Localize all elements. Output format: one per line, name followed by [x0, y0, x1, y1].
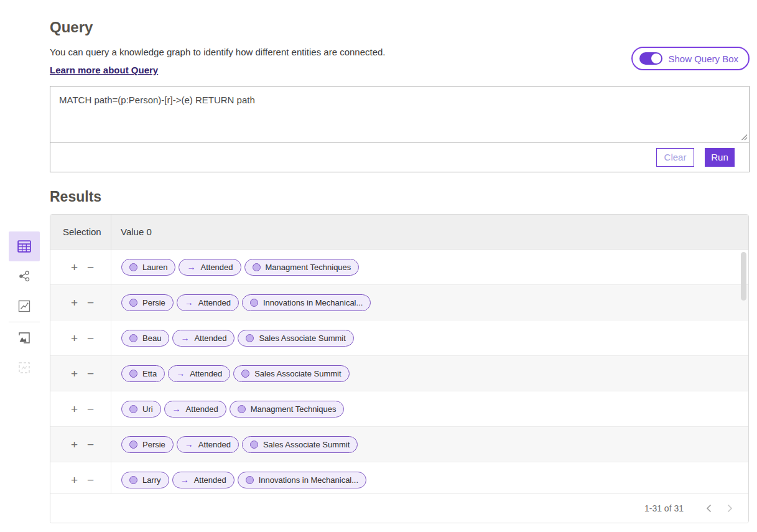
expand-row-button[interactable]: + — [71, 297, 78, 309]
entity-chip[interactable]: Sales Associate Summit — [238, 330, 353, 347]
node-icon — [246, 334, 254, 342]
toggle-knob — [651, 54, 661, 63]
entity-label: Innovations in Mechanical... — [263, 298, 363, 307]
page-description: You can query a knowledge graph to ident… — [50, 47, 386, 57]
relation-chip[interactable]: → Attended — [172, 330, 235, 347]
node-icon — [129, 441, 137, 449]
relation-label: Attended — [186, 404, 218, 414]
value-cell: Persie → Attended Sales Associate Summit — [111, 427, 748, 462]
collapse-row-button[interactable]: − — [87, 332, 94, 344]
prev-page-button[interactable] — [701, 501, 716, 516]
clear-button[interactable]: Clear — [656, 148, 694, 167]
table-row: + − Lauren → Attended Managment Techniqu… — [50, 250, 748, 285]
query-page: Query You can query a knowledge graph to… — [0, 0, 757, 532]
view-chart-button[interactable] — [9, 291, 40, 321]
entity-chip[interactable]: Larry — [121, 472, 169, 488]
run-button[interactable]: Run — [705, 148, 735, 167]
query-text: MATCH path=(p:Person)-[r]->(e) RETURN pa… — [59, 95, 255, 105]
view-graph-button[interactable] — [9, 261, 40, 291]
results-table: Selection Value 0 + − Lauren → Attended … — [50, 214, 749, 523]
table-row: + − Etta → Attended Sales Associate Summ… — [50, 356, 748, 391]
chevron-left-icon — [706, 504, 712, 513]
entity-label: Managment Techniques — [251, 404, 337, 414]
expand-row-button[interactable]: + — [71, 403, 78, 415]
expand-row-button[interactable]: + — [71, 261, 78, 273]
collapse-row-button[interactable]: − — [87, 368, 94, 380]
node-icon — [250, 299, 258, 307]
table-row: + − Persie → Attended Innovations in Mec… — [50, 285, 748, 320]
selection-cell: + − — [50, 462, 111, 493]
scrollbar[interactable] — [741, 252, 746, 301]
expand-row-button[interactable]: + — [71, 439, 78, 450]
arrow-right-icon: → — [172, 404, 181, 413]
query-input[interactable]: MATCH path=(p:Person)-[r]->(e) RETURN pa… — [50, 86, 749, 142]
entity-label: Sales Associate Summit — [259, 334, 345, 343]
node-icon — [253, 263, 261, 271]
chevron-right-icon — [727, 504, 733, 513]
show-query-box-toggle[interactable]: Show Query Box — [631, 47, 750, 70]
entity-chip[interactable]: Managment Techniques — [244, 259, 360, 276]
expand-row-button[interactable]: + — [71, 332, 78, 344]
table-row: + − Persie → Attended Sales Associate Su… — [50, 427, 748, 462]
entity-chip[interactable]: Etta — [121, 365, 165, 382]
expand-row-button[interactable]: + — [71, 368, 78, 380]
relation-chip[interactable]: → Attended — [164, 401, 226, 418]
entity-label: Managment Techniques — [266, 263, 351, 272]
chart-view-icon — [18, 300, 30, 312]
image-view-icon — [18, 332, 30, 344]
selection-cell: + − — [50, 427, 111, 462]
relation-label: Attended — [194, 334, 226, 343]
expand-row-button[interactable]: + — [71, 474, 78, 486]
entity-label: Sales Associate Summit — [254, 369, 341, 378]
node-icon — [129, 334, 137, 342]
entity-chip[interactable]: Lauren — [121, 259, 175, 276]
arrow-right-icon: → — [180, 475, 189, 484]
table-header: Selection Value 0 — [50, 215, 748, 250]
value-cell: Uri → Attended Managment Techniques — [111, 391, 748, 426]
table-footer: 1-31 of 31 — [50, 493, 748, 523]
relation-label: Attended — [198, 298, 231, 307]
node-icon — [246, 476, 254, 484]
entity-chip[interactable]: Innovations in Mechanical... — [242, 294, 371, 311]
collapse-row-button[interactable]: − — [87, 297, 94, 309]
view-table-button[interactable] — [9, 231, 40, 261]
entity-chip[interactable]: Sales Associate Summit — [233, 365, 349, 382]
next-page-button[interactable] — [722, 501, 737, 516]
entity-chip[interactable]: Sales Associate Summit — [242, 436, 358, 453]
view-image-button[interactable] — [9, 323, 40, 353]
arrow-right-icon: → — [185, 298, 193, 307]
arrow-right-icon: → — [180, 334, 189, 342]
relation-chip[interactable]: → Attended — [168, 365, 230, 382]
query-box: MATCH path=(p:Person)-[r]->(e) RETURN pa… — [50, 86, 750, 172]
view-selection-button — [9, 353, 40, 383]
table-view-icon — [17, 240, 31, 253]
value-cell: Etta → Attended Sales Associate Summit — [111, 356, 748, 391]
entity-chip[interactable]: Managment Techniques — [230, 401, 345, 418]
collapse-row-button[interactable]: − — [87, 261, 94, 273]
relation-chip[interactable]: → Attended — [177, 294, 239, 311]
selection-cell: + − — [50, 391, 111, 426]
column-header-value: Value 0 — [111, 215, 748, 249]
learn-more-link[interactable]: Learn more about Query — [50, 65, 158, 75]
entity-chip[interactable]: Persie — [121, 436, 174, 453]
relation-chip[interactable]: → Attended — [179, 259, 241, 276]
entity-label: Innovations in Mechanical... — [259, 475, 358, 485]
collapse-row-button[interactable]: − — [87, 439, 94, 450]
collapse-row-button[interactable]: − — [87, 474, 94, 486]
entity-label: Lauren — [142, 263, 167, 272]
entity-chip[interactable]: Beau — [121, 330, 169, 347]
node-icon — [129, 299, 137, 307]
selection-cell: + − — [50, 320, 111, 355]
view-switcher — [9, 231, 40, 383]
entity-chip[interactable]: Persie — [121, 294, 174, 311]
entity-chip[interactable]: Innovations in Mechanical... — [238, 472, 366, 488]
collapse-row-button[interactable]: − — [87, 403, 94, 415]
entity-chip[interactable]: Uri — [121, 401, 161, 418]
relation-chip[interactable]: → Attended — [177, 436, 239, 453]
entity-label: Etta — [142, 369, 157, 378]
relation-chip[interactable]: → Attended — [172, 472, 235, 488]
node-icon — [129, 263, 137, 271]
node-icon — [129, 405, 137, 413]
resize-grip-icon[interactable] — [741, 134, 748, 141]
column-header-selection: Selection — [50, 226, 111, 237]
